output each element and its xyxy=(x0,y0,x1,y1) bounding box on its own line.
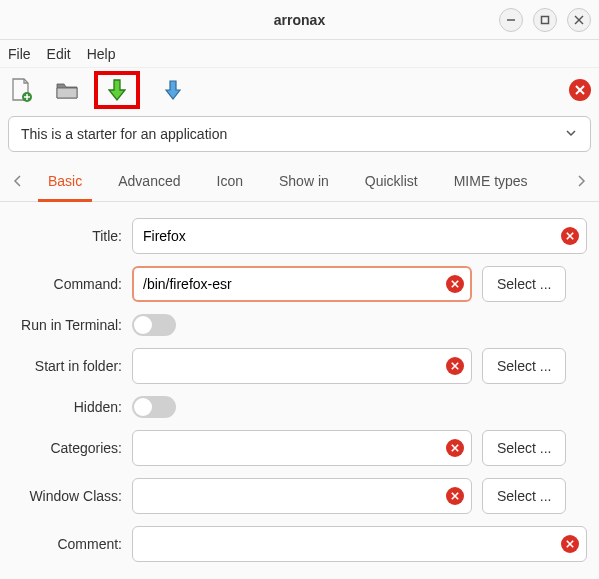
close-icon xyxy=(575,85,585,95)
close-icon xyxy=(566,540,574,548)
save-button[interactable] xyxy=(104,77,130,103)
command-clear-button[interactable] xyxy=(446,275,464,293)
new-file-button[interactable] xyxy=(8,77,34,103)
close-icon xyxy=(566,232,574,240)
comment-clear-button[interactable] xyxy=(561,535,579,553)
startfolder-input[interactable] xyxy=(132,348,472,384)
maximize-icon xyxy=(540,15,550,25)
save-arrow-green-icon xyxy=(108,78,126,102)
tab-icon-label: Icon xyxy=(217,173,243,189)
tab-quicklist[interactable]: Quicklist xyxy=(347,160,436,202)
maximize-button[interactable] xyxy=(533,8,557,32)
window-title: arronax xyxy=(274,12,325,28)
folder-icon xyxy=(55,80,79,100)
windowclass-select-button[interactable]: Select ... xyxy=(482,478,566,514)
tab-basic[interactable]: Basic xyxy=(30,160,100,202)
menu-help[interactable]: Help xyxy=(87,46,116,62)
startfolder-label: Start in folder: xyxy=(12,358,122,374)
discard-button[interactable] xyxy=(569,79,591,101)
categories-input[interactable] xyxy=(132,430,472,466)
tabs-scroll-right[interactable] xyxy=(569,175,593,187)
new-file-icon xyxy=(10,77,32,103)
tab-advanced-label: Advanced xyxy=(118,173,180,189)
close-icon xyxy=(451,444,459,452)
minimize-icon xyxy=(506,15,516,25)
tabbar: Basic Advanced Icon Show in Quicklist MI… xyxy=(0,160,599,202)
chevron-right-icon xyxy=(576,175,586,187)
categories-clear-button[interactable] xyxy=(446,439,464,457)
toolbar xyxy=(0,68,599,112)
categories-label: Categories: xyxy=(12,440,122,456)
starter-type-select[interactable]: This is a starter for an application xyxy=(8,116,591,152)
title-label: Title: xyxy=(12,228,122,244)
save-highlight xyxy=(94,71,140,109)
svg-rect-1 xyxy=(542,17,549,24)
chevron-down-icon xyxy=(564,126,578,143)
basic-form: Title: Command: Select ... Run in Termin… xyxy=(0,202,599,579)
close-icon xyxy=(451,362,459,370)
menubar: File Edit Help xyxy=(0,40,599,68)
windowclass-clear-button[interactable] xyxy=(446,487,464,505)
categories-select-button[interactable]: Select ... xyxy=(482,430,566,466)
windowclass-input[interactable] xyxy=(132,478,472,514)
starter-type-label: This is a starter for an application xyxy=(21,126,227,142)
chevron-left-icon xyxy=(13,175,23,187)
tab-mimetypes[interactable]: MIME types xyxy=(436,160,546,202)
tab-showin-label: Show in xyxy=(279,173,329,189)
tab-showin[interactable]: Show in xyxy=(261,160,347,202)
save-arrow-blue-icon xyxy=(165,79,181,101)
close-icon xyxy=(574,15,584,25)
comment-input[interactable] xyxy=(132,526,587,562)
startfolder-clear-button[interactable] xyxy=(446,357,464,375)
windowclass-label: Window Class: xyxy=(12,488,122,504)
tab-basic-label: Basic xyxy=(48,173,82,189)
startfolder-select-button[interactable]: Select ... xyxy=(482,348,566,384)
tab-icon[interactable]: Icon xyxy=(199,160,261,202)
tab-advanced[interactable]: Advanced xyxy=(100,160,198,202)
tab-quicklist-label: Quicklist xyxy=(365,173,418,189)
save-as-button[interactable] xyxy=(160,77,186,103)
open-folder-button[interactable] xyxy=(54,77,80,103)
runterminal-label: Run in Terminal: xyxy=(12,317,122,333)
menu-file[interactable]: File xyxy=(8,46,31,62)
title-clear-button[interactable] xyxy=(561,227,579,245)
title-input[interactable] xyxy=(132,218,587,254)
runterminal-toggle[interactable] xyxy=(132,314,176,336)
titlebar: arronax xyxy=(0,0,599,40)
close-window-button[interactable] xyxy=(567,8,591,32)
close-icon xyxy=(451,280,459,288)
hidden-label: Hidden: xyxy=(12,399,122,415)
command-input[interactable] xyxy=(132,266,472,302)
command-label: Command: xyxy=(12,276,122,292)
tabs-scroll-left[interactable] xyxy=(6,175,30,187)
close-icon xyxy=(451,492,459,500)
hidden-toggle[interactable] xyxy=(132,396,176,418)
command-select-button[interactable]: Select ... xyxy=(482,266,566,302)
menu-edit[interactable]: Edit xyxy=(47,46,71,62)
minimize-button[interactable] xyxy=(499,8,523,32)
comment-label: Comment: xyxy=(12,536,122,552)
window-controls xyxy=(499,8,591,32)
tab-mimetypes-label: MIME types xyxy=(454,173,528,189)
